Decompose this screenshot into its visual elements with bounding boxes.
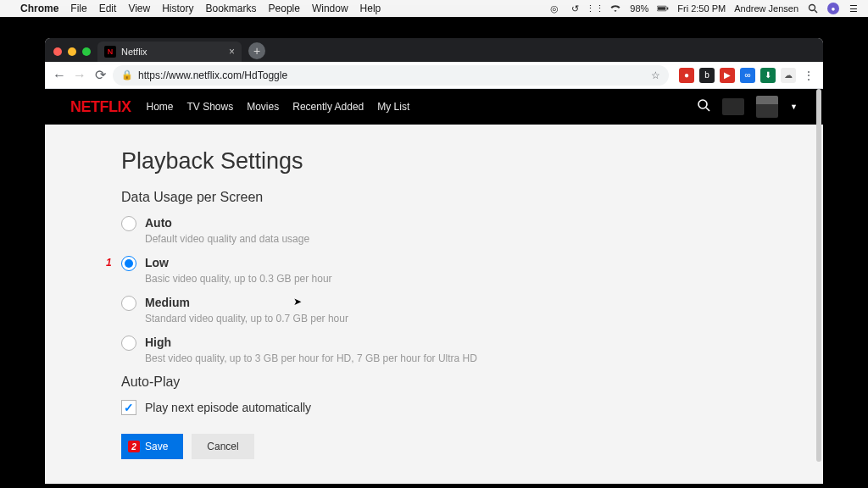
annotation-badge: 2 (128, 441, 140, 452)
extension-icon[interactable]: ▶ (720, 68, 735, 83)
menubar-item[interactable]: Window (312, 3, 348, 14)
radio-input[interactable] (121, 336, 136, 351)
window-close-button[interactable] (53, 47, 62, 56)
user-name[interactable]: Andrew Jensen (734, 3, 798, 14)
option-desc: Default video quality and data usage (145, 233, 309, 245)
option-label: Low (145, 255, 332, 270)
page-title: Playback Settings (121, 148, 823, 175)
menubar-item[interactable]: View (128, 3, 150, 14)
back-button[interactable]: ← (52, 68, 67, 83)
option-label: High (145, 335, 477, 350)
tab-favicon: N (104, 46, 116, 58)
new-tab-button[interactable]: + (248, 42, 265, 59)
siri-icon[interactable]: ● (827, 3, 839, 14)
radio-input[interactable] (121, 296, 136, 311)
checkbox-input[interactable] (121, 400, 136, 415)
cancel-button[interactable]: Cancel (192, 434, 253, 459)
window-minimize-button[interactable] (68, 47, 76, 56)
notifications-placeholder[interactable] (722, 98, 744, 115)
autoplay-label: Play next episode automatically (145, 400, 311, 415)
menubar-item[interactable]: File (70, 3, 86, 14)
save-button[interactable]: 2 Save (121, 434, 183, 459)
svg-point-3 (810, 5, 815, 11)
chrome-window: N Netflix × + ← → ⟳ 🔒 https://www.netfli… (45, 38, 823, 484)
autoplay-row[interactable]: Play next episode automatically (121, 400, 823, 415)
radio-input[interactable] (121, 256, 136, 271)
svg-rect-1 (658, 7, 665, 10)
svg-line-6 (706, 108, 709, 111)
option-label: Medium (145, 295, 348, 310)
svg-line-4 (815, 10, 817, 13)
video-letterbox: N Netflix × + ← → ⟳ 🔒 https://www.netfli… (0, 17, 868, 488)
radio-input[interactable] (121, 216, 136, 231)
nav-link[interactable]: Home (147, 101, 174, 113)
menubar-item[interactable]: Help (360, 3, 381, 14)
url-text: https://www.netflix.com/HdToggle (138, 69, 287, 81)
cancel-label: Cancel (207, 441, 238, 452)
option-low[interactable]: 1 Low Basic video quality, up to 0.3 GB … (121, 255, 823, 285)
menubar-item[interactable]: People (269, 3, 300, 14)
forward-button: → (72, 68, 87, 83)
wifi-icon[interactable] (609, 3, 621, 14)
extension-icon[interactable]: b (699, 68, 715, 83)
notification-center-icon[interactable]: ☰ (848, 3, 860, 14)
extension-icon[interactable]: ∞ (740, 68, 755, 83)
screencast-icon[interactable]: ◎ (548, 3, 560, 14)
browser-tab[interactable]: N Netflix × (97, 42, 242, 62)
scrollbar[interactable] (816, 89, 821, 462)
bluetooth-icon[interactable]: ⋮⋮ (589, 3, 601, 14)
nav-link[interactable]: TV Shows (187, 101, 234, 113)
tab-title: Netflix (121, 47, 147, 57)
netflix-header: NETFLIX Home TV Shows Movies Recently Ad… (45, 89, 823, 125)
tab-close-icon[interactable]: × (229, 46, 235, 58)
address-bar[interactable]: 🔒 https://www.netflix.com/HdToggle ☆ (113, 65, 669, 86)
spotlight-icon[interactable] (807, 3, 819, 14)
extension-icon[interactable]: ⬇ (760, 68, 776, 83)
section-label: Data Usage per Screen (121, 190, 823, 205)
option-medium[interactable]: Medium Standard video quality, up to 0.7… (121, 295, 823, 324)
nav-link[interactable]: Movies (247, 101, 279, 113)
search-icon[interactable] (697, 98, 710, 115)
section-label: Auto-Play (121, 374, 823, 390)
netflix-nav: Home TV Shows Movies Recently Added My L… (147, 101, 410, 113)
svg-rect-2 (667, 8, 668, 10)
save-label: Save (145, 441, 168, 452)
option-desc: Standard video quality, up to 0.7 GB per… (145, 313, 348, 324)
timemachine-icon[interactable]: ↺ (569, 3, 581, 14)
option-label: Auto (145, 215, 309, 230)
menubar-app[interactable]: Chrome (20, 3, 58, 14)
menubar-item[interactable]: History (162, 3, 193, 14)
battery-text: 98% (630, 3, 648, 14)
nav-link[interactable]: My List (377, 101, 409, 113)
clock[interactable]: Fri 2:50 PM (677, 3, 726, 14)
profile-caret-icon[interactable]: ▼ (790, 103, 798, 111)
annotation-badge: 1 (106, 257, 112, 269)
menubar-item[interactable]: Edit (99, 3, 117, 14)
settings-content: Playback Settings Data Usage per Screen … (45, 125, 823, 459)
page-body: NETFLIX Home TV Shows Movies Recently Ad… (45, 89, 823, 484)
window-controls (50, 47, 97, 62)
chrome-menu-button[interactable]: ⋮ (801, 69, 816, 82)
netflix-logo[interactable]: NETFLIX (70, 98, 131, 116)
window-maximize-button[interactable] (82, 47, 91, 56)
reload-button[interactable]: ⟳ (92, 68, 108, 83)
lock-icon[interactable]: 🔒 (121, 69, 133, 80)
browser-toolbar: ← → ⟳ 🔒 https://www.netflix.com/HdToggle… (45, 62, 823, 89)
nav-link[interactable]: Recently Added (292, 101, 364, 113)
button-row: 2 Save Cancel (121, 434, 823, 459)
option-auto[interactable]: Auto Default video quality and data usag… (121, 215, 823, 245)
svg-point-5 (698, 100, 707, 108)
extension-icon[interactable]: ● (679, 68, 694, 83)
mac-menubar: Chrome File Edit View History Bookmarks … (0, 0, 868, 17)
option-high[interactable]: High Best video quality, up to 3 GB per … (121, 335, 823, 364)
tab-strip: N Netflix × + (45, 38, 823, 62)
extensions-row: ● b ▶ ∞ ⬇ ☁ ⋮ (674, 68, 816, 83)
extension-icon[interactable]: ☁ (781, 68, 796, 83)
option-desc: Basic video quality, up to 0.3 GB per ho… (145, 273, 332, 285)
profile-avatar[interactable] (756, 96, 778, 118)
option-desc: Best video quality, up to 3 GB per hour … (145, 352, 477, 364)
bookmark-star-icon[interactable]: ☆ (651, 69, 660, 81)
battery-icon (657, 3, 669, 14)
menubar-item[interactable]: Bookmarks (206, 3, 257, 14)
